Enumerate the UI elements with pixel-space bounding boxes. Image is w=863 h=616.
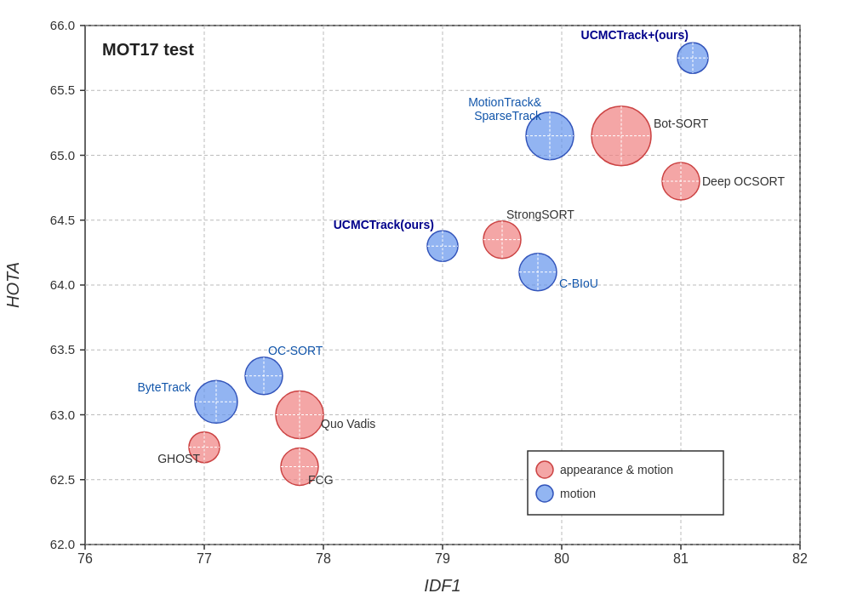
svg-point-100: [536, 461, 553, 478]
svg-rect-99: [528, 451, 723, 515]
svg-text:GHOST: GHOST: [157, 452, 200, 465]
svg-text:StrongSORT: StrongSORT: [506, 208, 574, 221]
scatter-plot: 7677787980818262.062.563.063.564.064.565…: [0, 0, 863, 616]
svg-text:UCMCTrack+(ours): UCMCTrack+(ours): [581, 28, 689, 42]
svg-text:UCMCTrack(ours): UCMCTrack(ours): [334, 218, 434, 231]
svg-text:78: 78: [316, 551, 331, 566]
chart-container: 7677787980818262.062.563.063.564.064.565…: [0, 0, 863, 616]
svg-point-102: [536, 485, 553, 502]
svg-text:motion: motion: [560, 487, 596, 500]
svg-text:MotionTrack&: MotionTrack&: [468, 95, 542, 109]
svg-text:Bot-SORT: Bot-SORT: [654, 117, 709, 130]
svg-text:66.0: 66.0: [50, 18, 75, 32]
svg-text:64.0: 64.0: [50, 277, 75, 292]
svg-text:76: 76: [77, 551, 93, 566]
svg-text:65.5: 65.5: [50, 83, 75, 97]
svg-text:62.5: 62.5: [50, 472, 75, 487]
svg-text:82: 82: [792, 551, 808, 566]
svg-text:OC-SORT: OC-SORT: [268, 344, 323, 357]
svg-text:77: 77: [197, 551, 212, 566]
svg-text:C-BIoU: C-BIoU: [559, 277, 598, 290]
svg-text:62.0: 62.0: [50, 537, 75, 551]
svg-text:Deep OCSORT: Deep OCSORT: [702, 174, 785, 188]
svg-text:ByteTrack: ByteTrack: [138, 380, 191, 394]
svg-text:HOTA: HOTA: [3, 262, 22, 308]
svg-text:81: 81: [673, 551, 689, 566]
svg-text:63.5: 63.5: [50, 342, 75, 356]
legend: appearance & motionmotion: [528, 451, 723, 515]
svg-text:65.0: 65.0: [50, 148, 75, 163]
svg-text:FCG: FCG: [308, 473, 334, 487]
svg-text:IDF1: IDF1: [424, 576, 460, 595]
svg-text:appearance & motion: appearance & motion: [560, 463, 673, 476]
svg-text:80: 80: [554, 551, 569, 566]
svg-text:Quo Vadis: Quo Vadis: [321, 417, 375, 431]
svg-text:SparseTrack: SparseTrack: [474, 109, 542, 123]
svg-text:MOT17  test: MOT17 test: [102, 40, 194, 59]
chart-title: MOT17 test: [102, 40, 194, 59]
svg-text:79: 79: [435, 551, 450, 566]
svg-text:64.5: 64.5: [50, 213, 75, 227]
svg-text:63.0: 63.0: [50, 408, 75, 422]
